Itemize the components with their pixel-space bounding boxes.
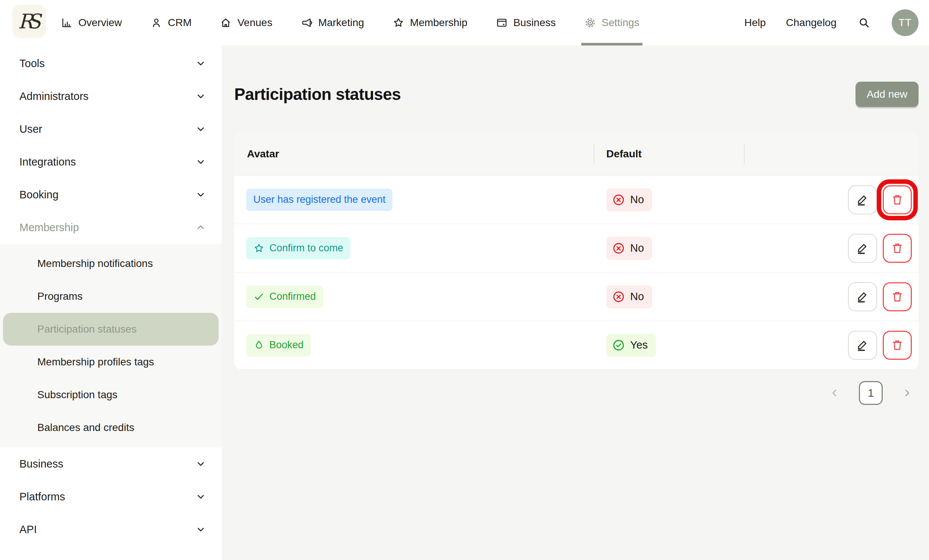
main-content: Participation statuses Add new Avatar De… <box>222 46 929 560</box>
nav-item-label: Business <box>514 17 556 29</box>
sidebar-subitem-subscription-tags[interactable]: Subscription tags <box>0 378 222 411</box>
logo-monogram: RS <box>18 10 40 33</box>
column-header-default: Default <box>593 132 744 175</box>
edit-button[interactable] <box>848 282 877 311</box>
avatar-cell: Confirmed <box>234 286 593 308</box>
actions-cell <box>744 331 918 360</box>
pagination-next-button[interactable] <box>901 387 913 399</box>
sidebar-item-label: Administrators <box>19 90 89 103</box>
chevron-down-icon <box>196 190 206 200</box>
nav-item-marketing[interactable]: Marketing <box>301 0 364 46</box>
add-new-button[interactable]: Add new <box>855 82 918 107</box>
search-button[interactable] <box>857 15 872 30</box>
circle-check-icon <box>612 339 625 352</box>
user-avatar[interactable]: TT <box>892 9 918 36</box>
delete-button[interactable] <box>883 185 912 214</box>
sidebar-item-membership[interactable]: Membership <box>0 211 222 244</box>
delete-button-wrap <box>883 185 912 214</box>
chevron-down-icon <box>196 58 206 69</box>
table-row: Confirmed No <box>234 272 918 321</box>
sidebar-item-api[interactable]: API <box>0 513 222 546</box>
delete-button[interactable] <box>883 234 912 263</box>
sidebar-subitem-label: Participation statuses <box>37 323 136 335</box>
status-badge: Confirmed <box>246 286 323 308</box>
flame-icon <box>253 340 265 351</box>
edit-button[interactable] <box>848 331 877 360</box>
pagination-current-page: 1 <box>868 387 874 399</box>
default-cell: No <box>593 237 744 260</box>
membership-submenu: Membership notifications Programs Partic… <box>0 244 222 447</box>
avatar-initials: TT <box>899 17 912 29</box>
edit-icon <box>856 290 869 303</box>
actions-cell <box>744 282 918 311</box>
delete-button[interactable] <box>883 331 912 360</box>
sidebar-item-label: Booking <box>19 189 58 201</box>
status-badge-label: Booked <box>269 339 304 351</box>
default-cell: No <box>593 285 744 308</box>
sidebar-item-integrations[interactable]: Integrations <box>0 145 222 178</box>
sidebar-subitem-participation-statuses[interactable]: Participation statuses <box>3 313 219 346</box>
sidebar-item-label: Business <box>19 458 63 470</box>
column-header-actions <box>744 132 918 175</box>
page-title: Participation statuses <box>234 85 401 104</box>
circle-x-icon <box>612 291 625 303</box>
nav-item-membership[interactable]: Membership <box>392 0 468 46</box>
sidebar-item-administrators[interactable]: Administrators <box>0 80 222 113</box>
avatar-cell: Confirm to come <box>234 237 593 260</box>
sidebar-subitem-label: Membership profiles tags <box>37 356 154 368</box>
default-value: No <box>630 193 644 206</box>
default-yes-pill: Yes <box>606 334 656 357</box>
default-value: No <box>630 291 644 303</box>
actions-cell <box>744 234 918 263</box>
pagination-page-1[interactable]: 1 <box>859 381 883 405</box>
edit-button[interactable] <box>848 185 877 214</box>
default-no-pill: No <box>606 285 652 308</box>
nav-item-label: Venues <box>237 17 272 29</box>
default-cell: No <box>593 188 744 211</box>
chevron-down-icon <box>196 491 206 502</box>
help-link[interactable]: Help <box>744 17 766 29</box>
nav-item-crm[interactable]: CRM <box>150 0 192 46</box>
megaphone-icon <box>301 17 313 29</box>
default-value: Yes <box>630 339 648 351</box>
nav-item-business[interactable]: Business <box>496 0 556 46</box>
bar-chart-icon <box>61 17 73 29</box>
edit-icon <box>856 242 869 255</box>
sidebar-item-tools[interactable]: Tools <box>0 47 222 80</box>
chevron-down-icon <box>196 91 206 101</box>
nav-item-label: CRM <box>168 17 192 29</box>
home-icon <box>220 17 232 29</box>
changelog-link[interactable]: Changelog <box>786 17 837 29</box>
sidebar-item-business[interactable]: Business <box>0 447 222 480</box>
delete-button[interactable] <box>883 282 912 311</box>
page-header: Participation statuses Add new <box>234 81 918 107</box>
nav-item-venues[interactable]: Venues <box>220 0 272 46</box>
settings-sidebar: Tools Administrators User Integrations B… <box>0 46 222 560</box>
sidebar-subitem-membership-profiles-tags[interactable]: Membership profiles tags <box>0 346 222 378</box>
circle-x-icon <box>612 193 625 206</box>
sidebar-subitem-membership-notifications[interactable]: Membership notifications <box>0 247 222 280</box>
sidebar-subitem-programs[interactable]: Programs <box>0 280 222 313</box>
chevron-up-icon <box>196 222 206 233</box>
sidebar-item-booking[interactable]: Booking <box>0 178 222 211</box>
top-nav: RS Overview CRM Venues Marketing Members… <box>0 0 929 46</box>
table-row: Booked Yes <box>234 321 918 369</box>
nav-item-label: Overview <box>78 17 122 29</box>
actions-cell <box>744 185 918 214</box>
nav-item-settings[interactable]: Settings <box>584 0 639 46</box>
default-value: No <box>630 242 644 254</box>
app-logo[interactable]: RS <box>12 5 46 38</box>
sidebar-subitem-balances-and-credits[interactable]: Balances and credits <box>0 411 222 444</box>
chevron-down-icon <box>196 459 206 469</box>
nav-item-label: Settings <box>602 17 639 29</box>
default-no-pill: No <box>606 237 652 260</box>
edit-button[interactable] <box>848 234 877 263</box>
sidebar-item-label: Membership <box>19 222 79 234</box>
table-header: Avatar Default <box>234 132 918 175</box>
check-icon <box>253 291 265 302</box>
sidebar-item-platforms[interactable]: Platforms <box>0 480 222 513</box>
pagination-prev-button[interactable] <box>828 387 841 399</box>
column-header-avatar: Avatar <box>234 132 593 175</box>
nav-item-overview[interactable]: Overview <box>61 0 122 46</box>
sidebar-item-user[interactable]: User <box>0 113 222 145</box>
